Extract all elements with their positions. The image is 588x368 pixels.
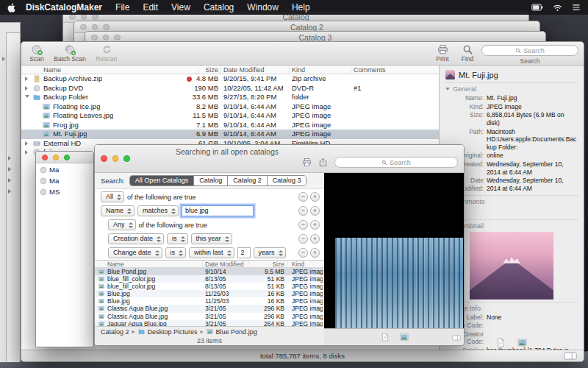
scan-button[interactable]: Scan: [24, 43, 49, 63]
filter-popup[interactable]: is: [165, 247, 187, 258]
close-button[interactable]: [91, 34, 98, 40]
remove-condition-button[interactable]: −: [298, 206, 308, 216]
disclosure-expanded-icon[interactable]: [25, 95, 29, 98]
disclosure-collapsed-icon[interactable]: [8, 167, 11, 171]
disclosure-collapsed-icon[interactable]: [8, 178, 11, 183]
add-condition-button[interactable]: +: [310, 248, 320, 258]
menu-help[interactable]: Help: [292, 2, 310, 13]
filter-popup[interactable]: this year: [191, 233, 232, 244]
disclosure-collapsed-icon[interactable]: [25, 86, 28, 91]
result-row[interactable]: Blue.jpg11/25/0316 KBJPEG image: [95, 297, 324, 305]
pane-toggle-icon[interactable]: [563, 352, 578, 360]
image-icon[interactable]: [517, 338, 527, 347]
filter-input[interactable]: 2: [237, 247, 251, 258]
pane-toggle-icon[interactable]: [452, 333, 461, 342]
minimize-button[interactable]: [103, 34, 110, 40]
add-condition-button[interactable]: +: [310, 192, 320, 202]
filter-popup[interactable]: All: [101, 191, 124, 202]
menu-edit[interactable]: Edit: [143, 2, 158, 13]
disclosure-collapsed-icon[interactable]: [25, 77, 28, 81]
catalog-row[interactable]: Floating Leaves.jpg11.5 MB9/10/14, 6:44 …: [21, 111, 440, 121]
catalog-row[interactable]: Mt. Fuji.jpg6.9 MB9/10/14, 6:44 AMJPEG i…: [21, 130, 440, 139]
column-header-name[interactable]: Name: [43, 66, 61, 74]
breadcrumb-item[interactable]: Desktop Pictures: [148, 328, 198, 336]
menu-view[interactable]: View: [171, 2, 190, 13]
results-column-date-modified[interactable]: Date Modified: [205, 261, 243, 268]
filter-popup[interactable]: Name: [101, 205, 135, 216]
scope-tab-catalog-2[interactable]: Catalog 2: [227, 176, 267, 185]
list-row[interactable]: Ma: [36, 176, 93, 185]
wifi-icon[interactable]: [553, 4, 562, 12]
remove-condition-button[interactable]: −: [298, 220, 308, 230]
catalog-row[interactable]: Backup DVD190 MB10/22/05, 11:42 AMDVD-R#…: [21, 84, 440, 93]
breadcrumb-item[interactable]: Blue Pond.jpg: [216, 328, 257, 336]
image-icon[interactable]: [400, 333, 409, 342]
document-icon[interactable]: [496, 338, 506, 347]
filter-popup[interactable]: within last: [189, 247, 234, 258]
column-header-comments[interactable]: Comments: [354, 66, 386, 74]
section-general-header[interactable]: General: [445, 85, 578, 93]
document-icon[interactable]: [381, 333, 390, 342]
remove-condition-button[interactable]: −: [298, 192, 308, 202]
add-condition-button[interactable]: +: [310, 220, 320, 230]
disclosure-collapsed-icon[interactable]: [25, 141, 28, 146]
result-row[interactable]: blue_fill_color.jpg8/13/0551 KBJPEG imag…: [95, 275, 324, 283]
remove-condition-button[interactable]: −: [298, 234, 308, 244]
toolbar-search-field[interactable]: Search: [481, 45, 578, 56]
remove-condition-button[interactable]: −: [298, 248, 308, 258]
notification-center-icon[interactable]: [572, 4, 581, 11]
disclosure-collapsed-icon[interactable]: [8, 156, 11, 160]
zoom-button[interactable]: [114, 34, 121, 40]
results-column-name[interactable]: Name: [107, 261, 124, 268]
breadcrumb-item[interactable]: Catalog 2: [101, 328, 129, 336]
filter-popup[interactable]: Any: [108, 219, 136, 230]
scope-tab-catalog[interactable]: Catalog: [193, 176, 227, 185]
zoom-button[interactable]: [64, 155, 70, 160]
result-row[interactable]: Classic Aqua Blue.jpg3/21/05296 KBJPEG i…: [95, 313, 324, 320]
result-row[interactable]: Blue.jpg11/25/0316 KBJPEG image: [95, 290, 324, 297]
column-header-size[interactable]: Size: [183, 66, 218, 74]
section-comments-header[interactable]: Comments: [445, 198, 578, 205]
printer-icon[interactable]: [302, 158, 312, 167]
disclosure-collapsed-icon[interactable]: [2, 57, 5, 61]
list-row[interactable]: MS: [36, 187, 93, 197]
close-button[interactable]: [42, 155, 48, 160]
scope-tab-all-open-catalogs[interactable]: All Open Catalogs: [130, 176, 194, 185]
add-condition-button[interactable]: +: [310, 206, 320, 216]
filter-popup[interactable]: is: [167, 233, 188, 244]
search-window-titlebar[interactable]: Searching in all open catalogs Search: [95, 145, 464, 173]
disclosure-collapsed-icon[interactable]: [25, 150, 28, 155]
catalog-row[interactable]: Backup Folder33.6 MB9/27/15, 8:20 PMfold…: [21, 93, 440, 102]
print-button[interactable]: Print: [430, 43, 455, 63]
minimize-button[interactable]: [92, 24, 98, 30]
filter-popup[interactable]: Creation date: [108, 233, 164, 244]
share-icon[interactable]: [318, 158, 328, 167]
menu-catalog[interactable]: Catalog: [204, 2, 234, 13]
menu-window[interactable]: Window: [247, 2, 279, 13]
list-column-headers[interactable]: NameSizeDate ModifiedKindComments: [21, 66, 440, 74]
scope-tab-catalog-3[interactable]: Catalog 3: [267, 176, 306, 185]
battery-icon[interactable]: [531, 4, 543, 11]
menu-diskcatalogmaker[interactable]: DiskCatalogMaker: [26, 2, 102, 13]
window-titlebar[interactable]: [36, 152, 93, 163]
results-column-headers[interactable]: NameDate ModifiedSizeKind: [95, 260, 324, 268]
find-button[interactable]: Find: [456, 43, 478, 63]
filter-popup[interactable]: years: [254, 247, 286, 258]
close-button[interactable]: [101, 155, 107, 162]
minimize-button[interactable]: [112, 155, 119, 162]
apple-menu-icon[interactable]: [7, 3, 15, 13]
zoom-button[interactable]: [103, 24, 110, 30]
zoom-button[interactable]: [123, 155, 130, 162]
result-row[interactable]: blue_fill_color.jpg8/13/0551 KBJPEG imag…: [95, 283, 324, 290]
section-thumbnail-header[interactable]: Thumbnail: [445, 222, 578, 230]
partially-hidden-window[interactable]: MaMaMS: [35, 151, 94, 347]
search-window-search-field[interactable]: Search: [334, 157, 458, 168]
minimize-button[interactable]: [53, 155, 59, 160]
column-header-kind[interactable]: Kind: [292, 66, 305, 74]
comments-area[interactable]: [445, 207, 578, 217]
batch-scan-button[interactable]: Batch Scan: [51, 43, 89, 63]
close-button[interactable]: [80, 24, 87, 30]
catalog-row[interactable]: Floating Ice.jpg8.2 MB9/10/14, 6:44 AMJP…: [21, 102, 440, 112]
result-row[interactable]: Blue Pond.jpg9/10/149.5 MBJPEG image: [95, 268, 324, 275]
rescan-button[interactable]: Rescan: [90, 43, 123, 63]
